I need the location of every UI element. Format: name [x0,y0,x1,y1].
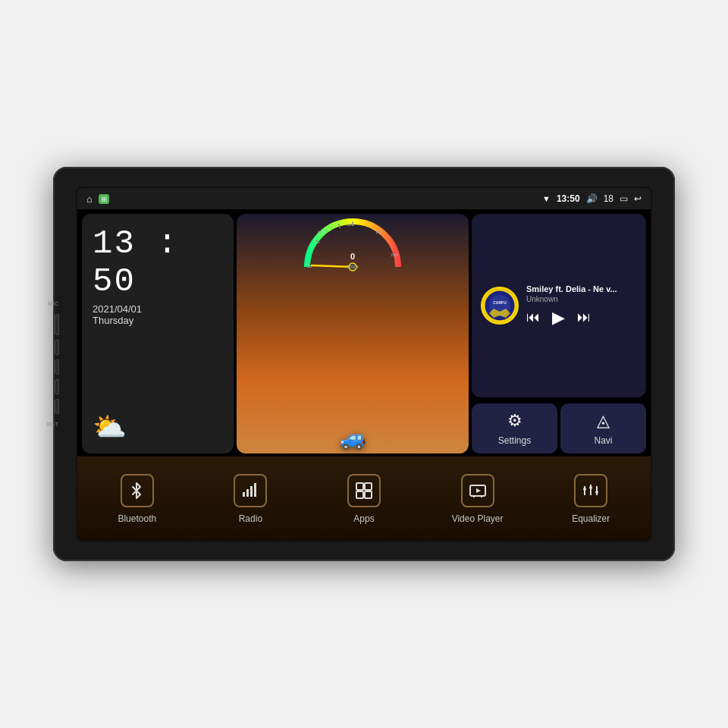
svg-text:0: 0 [350,252,355,261]
back-side-button[interactable] [55,359,59,375]
screen: ⌂ ⊞ ▼ 13:50 🔊 18 ▭ ↩ 13 : 50 2021/04/01 [76,187,652,541]
bluetooth-button[interactable]: Bluetooth [82,457,193,540]
vol-down-button[interactable] [55,379,59,394]
side-buttons-panel: MIC RST [47,301,59,427]
navi-button[interactable]: ◬ Navi [560,403,646,453]
equalizer-label: Equalizer [572,513,610,524]
power-button[interactable] [55,314,59,335]
apps-button[interactable]: Apps [309,457,419,540]
navi-label: Navi [594,435,612,446]
music-title: Smiley ft. Delia - Ne v... [526,284,637,293]
next-track-button[interactable]: ⏭ [577,309,591,325]
svg-rect-30 [365,491,372,498]
settings-label: Settings [498,435,531,446]
svg-point-38 [589,486,592,489]
back-icon[interactable]: ↩ [634,193,642,204]
music-controls: ⏮ ▶ ⏭ [526,308,637,328]
home-icon[interactable]: ⌂ [86,193,93,205]
music-details: Smiley ft. Delia - Ne v... Unknown ⏮ ▶ ⏭ [526,284,637,328]
svg-text:CARFU: CARFU [493,300,507,305]
settings-icon: ⚙ [507,411,522,431]
svg-rect-29 [356,491,363,498]
mic-label: MIC [48,301,58,306]
weather-icon: ⛅ [93,411,223,443]
car-icon: 🚙 [340,425,366,450]
settings-button[interactable]: ⚙ Settings [472,403,557,453]
car-head-unit: MIC RST ⌂ ⊞ ▼ 13:50 🔊 18 ▭ ↩ [53,167,675,561]
svg-text:180: 180 [375,230,384,234]
svg-rect-25 [250,486,253,497]
road-scene: 🚙 [237,322,469,453]
svg-text:240: 240 [391,253,399,257]
current-time: 13:50 [557,193,580,204]
app-switcher-icon[interactable]: ⊞ [99,194,109,204]
music-widget: CARFU Smiley ft. Delia - Ne v... Unknown… [472,214,646,453]
home-side-button[interactable] [55,340,59,355]
clock-time: 13 : 50 [93,224,223,300]
svg-rect-27 [356,483,363,490]
speedometer-widget: 0 60 120 180 240 0 km/h [237,214,469,453]
video-player-button[interactable]: Video Player [422,457,533,540]
svg-text:60: 60 [318,230,323,234]
clock-day: Thursday [93,315,223,326]
music-artist: Unknown [526,295,637,303]
bluetooth-icon-box [121,474,154,507]
svg-rect-23 [243,492,245,497]
status-bar: ⌂ ⊞ ▼ 13:50 🔊 18 ▭ ↩ [77,188,651,209]
play-pause-button[interactable]: ▶ [552,308,565,328]
svg-marker-32 [476,488,481,493]
wifi-icon: ▼ [542,194,551,203]
svg-text:0: 0 [306,261,309,266]
speedometer-gauge: 0 60 120 180 240 0 km/h [300,214,406,275]
widgets-row: 13 : 50 2021/04/01 Thursday ⛅ [77,209,651,457]
clock-widget: 13 : 50 2021/04/01 Thursday ⛅ [82,214,234,453]
video-player-label: Video Player [452,513,504,524]
apps-label: Apps [353,513,374,524]
bluetooth-label: Bluetooth [118,513,156,524]
radio-label: Radio [239,513,262,524]
video-player-icon-box [461,474,494,507]
battery-icon: ▭ [620,193,628,204]
radio-icon-box [234,474,267,507]
navi-icon: ◬ [597,411,610,431]
equalizer-button[interactable]: Equalizer [535,457,646,540]
settings-navi-row: ⚙ Settings ◬ Navi [472,403,646,453]
svg-text:km/h: km/h [347,264,358,269]
svg-rect-24 [246,489,249,497]
music-info-panel: CARFU Smiley ft. Delia - Ne v... Unknown… [472,214,646,397]
svg-point-36 [583,488,586,491]
bottom-bar: Bluetooth Radio [77,457,651,540]
svg-rect-26 [254,483,256,497]
prev-track-button[interactable]: ⏮ [526,309,540,325]
vol-up-button[interactable] [55,399,59,414]
radio-button[interactable]: Radio [196,457,306,540]
volume-level: 18 [604,193,613,204]
svg-point-40 [595,491,598,494]
svg-rect-28 [365,483,372,490]
clock-date: 2021/04/01 [93,303,223,315]
main-content: 13 : 50 2021/04/01 Thursday ⛅ [77,209,651,540]
volume-icon: 🔊 [586,193,598,204]
svg-text:120: 120 [347,222,355,227]
rst-label: RST [47,422,59,427]
apps-icon-box [347,474,381,507]
music-logo: CARFU [481,287,519,325]
equalizer-icon-box [574,474,607,507]
